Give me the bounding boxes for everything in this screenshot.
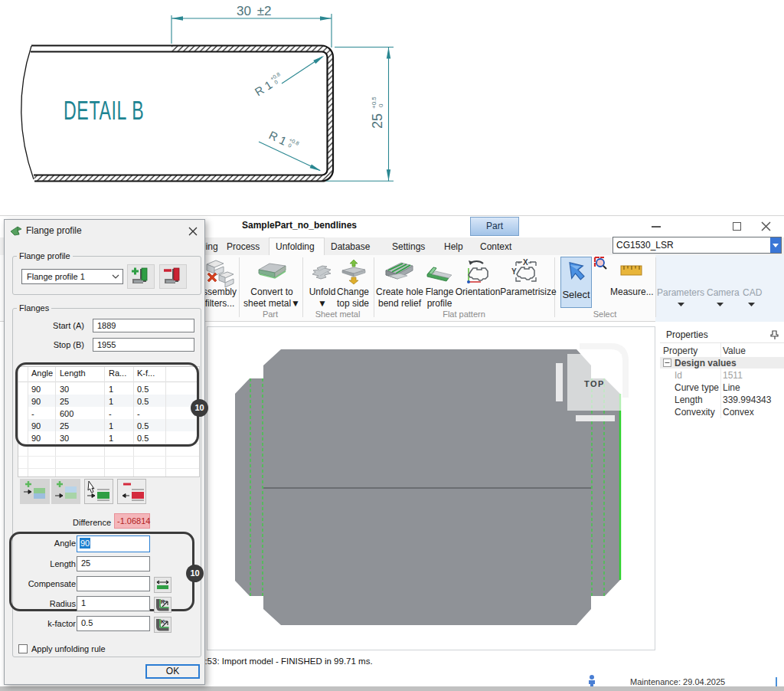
svg-text:0: 0 (273, 79, 279, 85)
svg-text:0: 0 (377, 103, 384, 107)
svg-text:DETAIL B: DETAIL B (64, 95, 144, 125)
svg-text:X: X (523, 258, 528, 267)
svg-text:+0.5: +0.5 (371, 97, 377, 109)
svg-text:0: 0 (287, 142, 292, 149)
svg-text:25: 25 (370, 113, 385, 129)
svg-text:30: 30 (237, 4, 251, 18)
svg-text:TOP: TOP (584, 379, 605, 388)
svg-text:Y: Y (511, 267, 517, 276)
svg-text:±2: ±2 (253, 4, 272, 18)
svg-text:R 1: R 1 (267, 128, 289, 147)
